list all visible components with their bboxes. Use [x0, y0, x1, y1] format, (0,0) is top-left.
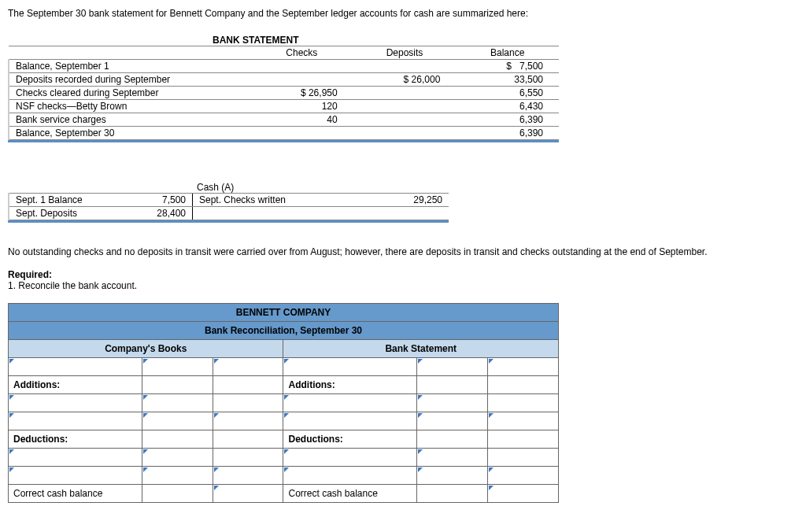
input-cell[interactable]: [487, 467, 558, 485]
input-cell[interactable]: [283, 394, 417, 412]
row-label: Bank service charges: [9, 113, 250, 127]
row-deposits: [353, 60, 457, 73]
ledger-left-label: Sept. 1 Balance: [9, 194, 132, 207]
reconciliation-table: BENNETT COMPANY Bank Reconciliation, Sep…: [8, 303, 559, 503]
blank-cell: [487, 376, 558, 394]
divider-bar: [8, 220, 449, 223]
ledger-left-amount: 28,400: [132, 207, 193, 220]
required-item: 1. Reconcile the bank account.: [8, 280, 137, 291]
input-cell[interactable]: [487, 358, 558, 376]
input-cell[interactable]: [417, 358, 488, 376]
row-deposits: [353, 100, 457, 113]
input-cell[interactable]: [9, 394, 142, 412]
blank-cell: [417, 485, 488, 503]
row-balance: 33,500: [456, 73, 559, 87]
ledger-left-amount: 7,500: [132, 194, 193, 207]
row-label: Balance, September 1: [9, 60, 250, 73]
ledger-right-label: Sept. Checks written: [193, 194, 348, 207]
cash-ledger-title: Cash (A): [197, 182, 449, 193]
row-checks: $ 26,950: [250, 87, 353, 100]
intro-text: The September 30 bank statement for Benn…: [8, 8, 798, 19]
row-balance: 6,390: [456, 113, 559, 127]
input-cell[interactable]: [213, 412, 283, 430]
cash-ledger-section: Cash (A) Sept. 1 Balance 7,500 Sept. Che…: [8, 182, 449, 223]
blank-cell: [142, 430, 213, 449]
input-cell[interactable]: [142, 412, 213, 430]
row-label: Balance, September 30: [9, 127, 250, 140]
row-balance: 6,390: [456, 127, 559, 140]
blank-cell: [142, 485, 213, 503]
row-checks: 120: [250, 100, 353, 113]
required-label: Required:: [8, 269, 52, 280]
note-text: No outstanding checks and no deposits in…: [8, 246, 798, 257]
blank-cell: [487, 394, 558, 412]
col-deposits: Deposits: [353, 46, 457, 60]
row-deposits: $ 26,000: [353, 73, 457, 87]
recon-subtitle: Bank Reconciliation, September 30: [9, 322, 559, 340]
blank-cell: [487, 449, 558, 467]
bank-statement-section: BANK STATEMENT Checks Deposits Balance B…: [8, 35, 559, 142]
blank-cell: [487, 430, 558, 449]
input-cell[interactable]: [213, 467, 283, 485]
input-cell[interactable]: [142, 358, 213, 376]
row-balance: 6,550: [456, 87, 559, 100]
input-cell[interactable]: [487, 412, 558, 430]
recon-left-header: Company's Books: [9, 340, 283, 358]
recon-company-header: BENNETT COMPANY: [9, 304, 559, 322]
input-cell[interactable]: [417, 449, 488, 467]
ledger-right-amount: 29,250: [347, 194, 449, 207]
blank-cell: [417, 430, 488, 449]
blank-cell: [213, 449, 283, 467]
row-balance: 6,430: [456, 100, 559, 113]
input-cell[interactable]: [9, 358, 142, 376]
input-cell[interactable]: [283, 358, 417, 376]
input-cell[interactable]: [9, 412, 142, 430]
ledger-left-label: Sept. Deposits: [9, 207, 132, 220]
row-checks: 40: [250, 113, 353, 127]
correct-balance-label-left: Correct cash balance: [9, 485, 142, 503]
blank-cell: [142, 376, 213, 394]
blank-cell: [213, 430, 283, 449]
input-cell[interactable]: [283, 412, 417, 430]
required-section: Required: 1. Reconcile the bank account.: [8, 269, 798, 291]
input-cell[interactable]: [142, 394, 213, 412]
additions-label-right: Additions:: [283, 376, 417, 394]
input-cell[interactable]: [417, 467, 488, 485]
row-label: Deposits recorded during September: [9, 73, 250, 87]
row-deposits: [353, 113, 457, 127]
input-cell[interactable]: [487, 485, 558, 503]
input-cell[interactable]: [213, 485, 283, 503]
blank-cell: [417, 376, 488, 394]
deductions-label-left: Deductions:: [9, 430, 142, 449]
bank-statement-table: Checks Deposits Balance Balance, Septemb…: [8, 46, 559, 140]
divider-bar: [8, 140, 559, 142]
input-cell[interactable]: [417, 394, 488, 412]
recon-right-header: Bank Statement: [283, 340, 559, 358]
row-checks: [250, 127, 353, 140]
input-cell[interactable]: [417, 412, 488, 430]
deductions-label-right: Deductions:: [283, 430, 417, 449]
row-label: Checks cleared during September: [9, 87, 250, 100]
col-checks: Checks: [250, 46, 353, 60]
input-cell[interactable]: [213, 358, 283, 376]
additions-label-left: Additions:: [9, 376, 142, 394]
row-deposits: [353, 127, 457, 140]
bank-statement-title: BANK STATEMENT: [213, 35, 559, 46]
correct-balance-label-right: Correct cash balance: [283, 485, 417, 503]
row-label: NSF checks—Betty Brown: [9, 100, 250, 113]
row-checks: [250, 60, 353, 73]
row-checks: [250, 73, 353, 87]
blank-cell: [213, 376, 283, 394]
input-cell[interactable]: [142, 449, 213, 467]
input-cell[interactable]: [142, 467, 213, 485]
row-deposits: [353, 87, 457, 100]
input-cell[interactable]: [283, 449, 417, 467]
col-balance: Balance: [456, 46, 559, 60]
reconciliation-section: BENNETT COMPANY Bank Reconciliation, Sep…: [8, 303, 559, 503]
row-balance: $ 7,500: [456, 60, 559, 73]
input-cell[interactable]: [9, 449, 142, 467]
input-cell[interactable]: [283, 467, 417, 485]
cash-ledger-table: Sept. 1 Balance 7,500 Sept. Checks writt…: [8, 193, 449, 220]
blank-cell: [213, 394, 283, 412]
input-cell[interactable]: [9, 467, 142, 485]
